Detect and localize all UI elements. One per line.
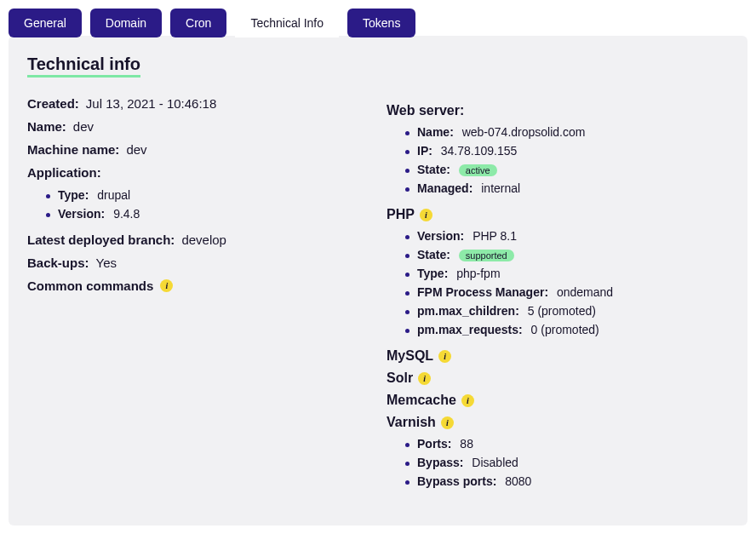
varnish-ports-value: 88 [460,437,473,451]
ws-managed-value: internal [481,181,520,195]
latest-branch-value: develop [181,233,226,247]
varnish-list: Ports: 88 Bypass: Disabled Bypass ports:… [405,437,729,488]
varnish-bypassports-label: Bypass ports: [417,474,496,488]
webserver-list: Name: web-074.dropsolid.com IP: 34.78.10… [405,125,729,195]
app-type-value: drupal [97,188,130,202]
machine-name-label: Machine name: [27,142,119,157]
ws-managed-label: Managed: [417,181,472,195]
ws-ip-value: 34.78.109.155 [441,144,518,158]
list-item: Name: web-074.dropsolid.com [405,125,729,139]
list-item: pm.max_children: 5 (promoted) [405,304,729,318]
php-version-label: Version: [417,229,464,243]
name-label: Name: [27,119,66,134]
php-state-label: State: [417,248,450,261]
ws-name-label: Name: [417,125,454,139]
php-label: PHP [387,207,415,222]
latest-branch-label: Latest deployed branch: [27,233,175,247]
app-version-value: 9.4.8 [113,207,140,221]
list-item: Type: drupal [46,188,369,202]
mysql-label: MySQL [387,348,433,364]
list-item: pm.max_requests: 0 (promoted) [405,323,729,336]
tab-tokens[interactable]: Tokens [347,9,415,37]
list-item: Type: php-fpm [405,267,729,280]
list-item: FPM Process Manager: ondemand [405,285,729,299]
ws-state-label: State: [417,163,450,176]
panel-title: Technical info [27,55,140,78]
varnish-bypass-label: Bypass: [417,456,463,469]
info-icon[interactable]: i [438,350,451,363]
created-value: Jul 13, 2021 - 10:46:18 [86,96,216,111]
php-maxrequests-value: 0 (promoted) [531,323,599,336]
memcache-label: Memcache [387,393,456,408]
php-type-value: php-fpm [456,267,500,280]
technical-info-panel: Technical info Created: Jul 13, 2021 - 1… [9,36,747,525]
app-version-label: Version: [58,207,105,221]
varnish-bypass-value: Disabled [472,456,518,469]
info-icon[interactable]: i [461,394,474,407]
php-maxchildren-label: pm.max_children: [417,304,519,318]
list-item: State: supported [405,248,729,261]
varnish-label: Varnish [387,415,436,430]
php-state-badge: supported [459,250,514,261]
backups-label: Back-ups: [27,256,89,270]
varnish-ports-label: Ports: [417,437,451,451]
created-label: Created: [27,96,79,111]
tab-technical-info[interactable]: Technical Info [235,9,339,37]
php-list: Version: PHP 8.1 State: supported Type: … [405,229,729,336]
php-maxrequests-label: pm.max_requests: [417,323,523,336]
app-type-label: Type: [58,188,89,202]
tab-bar: General Domain Cron Technical Info Token… [9,9,747,37]
ws-state-badge: active [459,164,497,176]
php-type-label: Type: [417,267,448,280]
list-item: Version: PHP 8.1 [405,229,729,243]
name-value: dev [73,119,94,134]
application-list: Type: drupal Version: 9.4.8 [46,188,369,221]
info-icon[interactable]: i [441,416,454,429]
tab-general[interactable]: General [9,9,82,37]
webserver-label: Web server: [387,103,464,118]
info-icon[interactable]: i [160,279,173,292]
php-maxchildren-value: 5 (promoted) [528,304,596,318]
php-fpm-label: FPM Process Manager: [417,285,548,299]
php-version-value: PHP 8.1 [472,229,517,243]
list-item: Bypass: Disabled [405,456,729,469]
ws-name-value: web-074.dropsolid.com [462,125,586,139]
list-item: Version: 9.4.8 [46,207,369,221]
solr-label: Solr [387,370,413,386]
list-item: Bypass ports: 8080 [405,474,729,488]
tab-cron[interactable]: Cron [170,9,226,37]
varnish-bypassports-value: 8080 [505,474,531,488]
application-label: Application: [27,165,101,180]
right-column: Web server: Name: web-074.dropsolid.com … [387,96,729,500]
ws-ip-label: IP: [417,144,432,158]
info-icon[interactable]: i [420,209,432,221]
common-commands-label: Common commands [27,278,153,293]
info-icon[interactable]: i [418,372,431,385]
list-item: Managed: internal [405,181,729,195]
left-column: Created: Jul 13, 2021 - 10:46:18 Name: d… [27,96,369,500]
list-item: State: active [405,163,729,176]
machine-name-value: dev [126,142,146,157]
php-fpm-value: ondemand [557,285,613,299]
list-item: Ports: 88 [405,437,729,451]
backups-value: Yes [96,256,117,270]
list-item: IP: 34.78.109.155 [405,144,729,158]
tab-domain[interactable]: Domain [90,9,162,37]
